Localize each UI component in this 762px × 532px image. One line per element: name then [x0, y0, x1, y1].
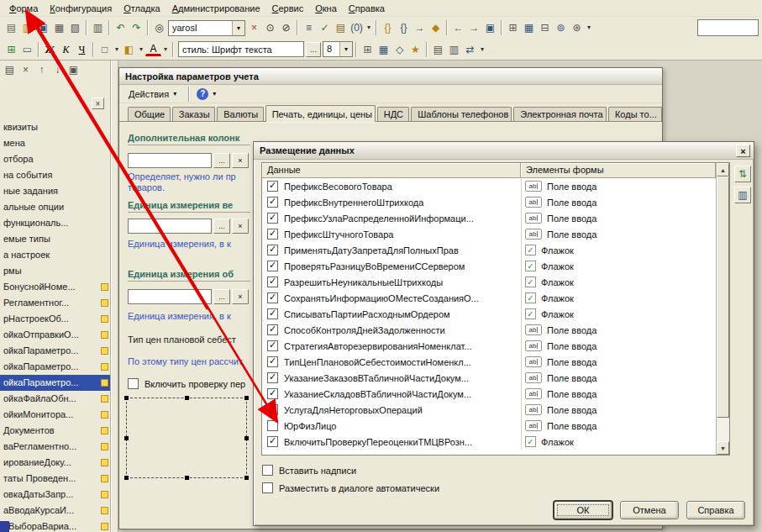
chevron-down-icon[interactable]: ▾	[585, 20, 593, 36]
menu-administrirovanie[interactable]: Администрирование	[166, 2, 266, 15]
wand-icon[interactable]: ★	[407, 41, 423, 57]
tab-print-units-prices[interactable]: Печать, единицы, цены	[265, 105, 376, 122]
selection-handle[interactable]	[244, 436, 249, 440]
search-combobox[interactable]: yarosl ▾	[168, 20, 245, 36]
tree-item[interactable]: ойкаПараметро...	[0, 375, 110, 391]
tree-item[interactable]: ойкаПараметро...	[0, 359, 110, 375]
auto-place-checkbox[interactable]	[262, 482, 273, 493]
field-input[interactable]	[128, 289, 212, 304]
procedures-list-icon[interactable]: ≡	[301, 20, 317, 36]
tab-phone-templates[interactable]: Шаблоны телефонов	[411, 107, 512, 121]
columns-button[interactable]: ▥	[734, 187, 751, 203]
insert-labels-checkbox[interactable]	[262, 465, 273, 476]
chevron-down-icon[interactable]: ▾	[478, 41, 486, 57]
sidebar-splitter[interactable]	[111, 61, 118, 532]
tree-item[interactable]: аВыбораВариа...	[0, 519, 110, 532]
chevron-down-icon[interactable]: ▾	[161, 41, 170, 57]
borders-icon[interactable]: □	[97, 41, 113, 57]
split-window-icon[interactable]: ⊞	[505, 20, 521, 36]
row-checkbox[interactable]: ✓	[267, 404, 278, 415]
open-module-icon[interactable]: ▣	[482, 20, 498, 36]
tree-item[interactable]: квизиты	[0, 119, 110, 135]
print-preview-icon[interactable]: ▧	[67, 20, 83, 36]
selection-outline[interactable]	[126, 398, 247, 478]
tree-item[interactable]: ные задания	[0, 183, 110, 199]
align-top-icon[interactable]: ▥	[446, 41, 462, 57]
ellipsis-button[interactable]: ...	[213, 219, 230, 234]
clear-search-icon[interactable]: ×	[246, 20, 262, 36]
scroll-down-icon[interactable]: ▼	[717, 441, 729, 455]
tree-item[interactable]: на события	[0, 167, 110, 183]
panel-close-icon[interactable]: ×	[92, 97, 104, 109]
menu-servis[interactable]: Сервис	[266, 2, 310, 15]
clear-button[interactable]: ×	[232, 289, 249, 304]
back-icon[interactable]: ←	[450, 20, 466, 36]
table-row[interactable]: ✓ УказаниеСкладовВТабличнойЧастиДокум...…	[262, 386, 716, 402]
tab-orders[interactable]: Заказы	[172, 107, 215, 121]
table-row[interactable]: ✓ СпособКонтроляДнейЗадолженности ab Пол…	[262, 322, 716, 338]
mark-all-button[interactable]: ⇅	[734, 166, 751, 182]
clear-button[interactable]: ×	[232, 219, 249, 234]
table-row[interactable]: ✓ УказаниеЗаказовВТабличнойЧастиДокум...…	[262, 370, 716, 386]
tree-item[interactable]: ойкаФайлаОбн...	[0, 391, 110, 407]
bookmark-icon[interactable]: ◆	[428, 20, 444, 36]
table-row[interactable]: ✓ ПроверятьРазницуВоВремениССервером ✓ Ф…	[262, 258, 716, 274]
underline-icon[interactable]: Ч	[74, 41, 90, 57]
menu-konfiguratsiya[interactable]: Конфигурация	[44, 2, 118, 15]
style-input[interactable]: стиль: Шрифт текста	[178, 41, 304, 57]
menu-otladka[interactable]: Отладка	[118, 2, 166, 15]
clear-button[interactable]: ×	[232, 153, 249, 168]
menu-okna[interactable]: Окна	[309, 2, 343, 15]
counter-icon[interactable]: (0)	[349, 20, 365, 36]
tree-item[interactable]: Регламентног...	[0, 295, 110, 311]
new-document-icon[interactable]: ▤	[3, 20, 19, 36]
cancel-button[interactable]: Отмена	[620, 501, 679, 519]
selection-handle[interactable]	[124, 476, 129, 480]
row-checkbox[interactable]: ✓	[267, 277, 278, 287]
panel-list-icon[interactable]: ▤	[2, 62, 18, 78]
panel-window-icon[interactable]: ▣	[66, 62, 81, 78]
table-row[interactable]: ✓ СтратегияАвторезервированияНоменклат..…	[262, 338, 716, 354]
table-row[interactable]: ЮрФизЛицо ab Поле ввода	[262, 418, 716, 434]
search-next-icon[interactable]: ⊙	[262, 20, 278, 36]
table-row[interactable]: ✓ ПрименятьДатуЗапретаДляПолныхПрав ✓ Фл…	[262, 242, 716, 258]
row-checkbox[interactable]: ✓	[267, 181, 278, 192]
field-input[interactable]	[128, 153, 212, 168]
row-checkbox[interactable]: ✓	[267, 292, 278, 303]
row-checkbox[interactable]: ✓	[267, 261, 278, 271]
form-checkbox[interactable]	[128, 378, 139, 389]
ellipsis-button[interactable]: ...	[213, 153, 230, 168]
row-checkbox[interactable]: ✓	[267, 213, 278, 224]
fill-color-icon[interactable]: ◧	[121, 41, 137, 57]
settings-gear-icon[interactable]: ⊛	[569, 20, 585, 36]
font-color-icon[interactable]: А	[145, 42, 161, 56]
tree-item[interactable]: ойкаОтправкиО...	[0, 327, 110, 343]
tree-item[interactable]: ойкиМонитора...	[0, 407, 110, 423]
globe-icon[interactable]: ⊚	[553, 20, 569, 36]
move-down-icon[interactable]: ↓	[50, 62, 66, 78]
table-row[interactable]: ✓ РазрешитьНеуникальныеШтрихкоды ✓ Флажо…	[262, 274, 716, 290]
tree-item[interactable]: ойкаПараметро...	[0, 343, 110, 359]
vertical-scrollbar[interactable]: ▲ ▼	[716, 163, 729, 455]
table-row[interactable]: ✓ СохранятьИнформациюОМестеСозданияО... …	[262, 290, 716, 306]
goto-definition-icon[interactable]: →	[412, 20, 428, 36]
tree-item[interactable]: рмы	[0, 263, 110, 279]
actions-menu-button[interactable]: Действия ▾	[123, 87, 181, 101]
save-icon[interactable]: ▣	[35, 20, 51, 36]
row-checkbox[interactable]: ✓	[267, 372, 278, 383]
chevron-down-icon[interactable]: ▾	[365, 20, 373, 36]
table-row[interactable]: ✓ ПрефиксВесовогоТовара ab Поле ввода	[262, 178, 716, 194]
font-size-combobox[interactable]: 8 ▾	[323, 41, 353, 57]
tree-item[interactable]: таты Проведен...	[0, 471, 110, 487]
row-checkbox[interactable]: ✓	[267, 340, 278, 351]
table-row[interactable]: ✓ ПрефиксУзлаРаспределеннойИнформаци... …	[262, 210, 716, 226]
syntax-check-icon[interactable]: ✓	[317, 20, 333, 36]
undo-icon[interactable]: ↶	[113, 20, 129, 36]
row-checkbox[interactable]: ✓	[267, 356, 278, 367]
align-icon[interactable]: ▦	[376, 41, 392, 57]
tab-codes[interactable]: Коды то...	[608, 107, 662, 121]
chevron-down-icon[interactable]: ▾	[232, 21, 244, 35]
tree-item[interactable]: БонуснойНоме...	[0, 279, 110, 295]
insert-field-icon[interactable]: ▭	[19, 41, 35, 57]
forward-icon[interactable]: →	[466, 20, 482, 36]
